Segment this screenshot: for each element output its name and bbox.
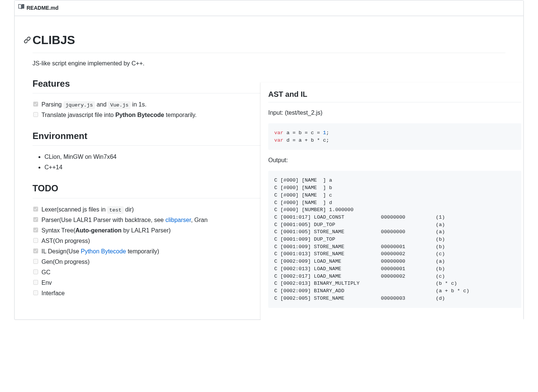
checkbox bbox=[33, 249, 38, 253]
checkbox bbox=[33, 102, 38, 107]
checkbox bbox=[33, 238, 38, 243]
checkbox bbox=[33, 290, 38, 295]
input-label: Input: (test/test_2.js) bbox=[268, 108, 521, 117]
code-test: test bbox=[107, 206, 124, 214]
checkbox bbox=[33, 207, 38, 212]
output-label: Output: bbox=[268, 156, 521, 165]
page-title: CLIBJS bbox=[33, 31, 505, 53]
code-jquery: jquery.js bbox=[64, 101, 95, 109]
checkbox bbox=[33, 269, 38, 274]
ast-il-heading: AST and IL bbox=[268, 89, 521, 102]
link-icon[interactable] bbox=[24, 36, 31, 44]
checkbox bbox=[33, 259, 38, 264]
code-vue: Vue.js bbox=[108, 101, 131, 109]
book-icon bbox=[18, 4, 24, 12]
ast-il-panel: AST and IL Input: (test/test_2.js) var a… bbox=[260, 83, 523, 320]
link-python-bytecode[interactable]: Python Bytecode bbox=[81, 248, 126, 254]
input-code-block: var a = b = c = 1; var d = a + b * c; bbox=[268, 123, 521, 150]
subtitle: JS-like script engine implemented by C++… bbox=[33, 59, 505, 68]
output-code-block: C [#000] [NAME ] a C [#000] [NAME ] b C … bbox=[268, 171, 521, 308]
checkbox bbox=[33, 112, 38, 117]
checkbox bbox=[33, 280, 38, 285]
link-clibparser[interactable]: clibparser bbox=[166, 217, 191, 223]
readme-body: CLIBJS JS-like script engine implemented… bbox=[15, 16, 523, 320]
checkbox bbox=[33, 217, 38, 222]
checkbox bbox=[33, 228, 38, 232]
readme-header: README.md bbox=[15, 0, 523, 16]
readme-filename: README.md bbox=[27, 4, 59, 12]
readme-container: README.md CLIBJS JS-like script engine i… bbox=[14, 0, 524, 320]
